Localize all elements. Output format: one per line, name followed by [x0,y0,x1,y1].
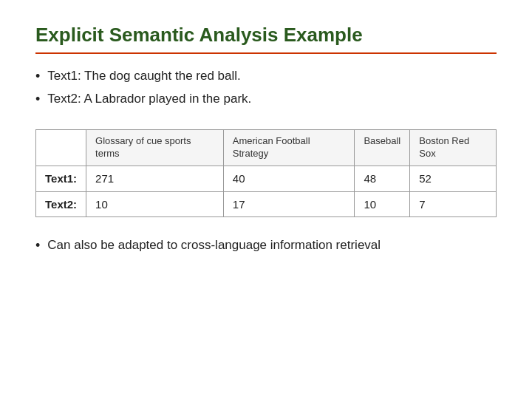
cell-text2-glossary: 10 [86,191,224,217]
cell-text1-sox: 52 [410,166,497,192]
col-header-boston-red-sox: Boston Red Sox [410,130,497,166]
bullet-item-2: • Text2: A Labrador played in the park. [35,90,497,109]
bullet-item-1: • Text1: The dog caught the red ball. [35,67,497,86]
table-row-text1: Text1: 271 40 48 52 [36,166,497,192]
slide-container: Explicit Semantic Analysis Example • Tex… [0,0,532,399]
col-header-american-football: American Football Strategy [223,130,355,166]
col-header-baseball: Baseball [355,130,410,166]
bottom-bullet-container: • Can also be adapted to cross-language … [35,236,497,255]
data-table: Glossary of cue sports terms American Fo… [35,129,497,217]
cell-text2-baseball: 10 [355,191,410,217]
bottom-bullet-dot: • [35,236,40,255]
table-header-row: Glossary of cue sports terms American Fo… [36,130,497,166]
table-row-text2: Text2: 10 17 10 7 [36,191,497,217]
cell-text1-football: 40 [223,166,355,192]
cell-text2-sox: 7 [410,191,497,217]
cell-text1-baseball: 48 [355,166,410,192]
bullet-text-1: Text1: The dog caught the red ball. [47,67,240,85]
col-header-empty [36,130,86,166]
bullet-dot-2: • [35,90,40,109]
table-wrapper: Glossary of cue sports terms American Fo… [35,129,497,217]
slide-title: Explicit Semantic Analysis Example [35,24,497,47]
bullet-dot-1: • [35,67,40,86]
row-label-text1: Text1: [36,166,86,192]
bullet-text-2: Text2: A Labrador played in the park. [47,90,251,108]
col-header-glossary: Glossary of cue sports terms [86,130,224,166]
title-divider [35,52,497,54]
row-label-text2: Text2: [36,191,86,217]
cell-text1-glossary: 271 [86,166,224,192]
cell-text2-football: 17 [223,191,355,217]
bottom-bullet-text: Can also be adapted to cross-language in… [47,236,381,254]
bullet-list: • Text1: The dog caught the red ball. • … [35,67,497,113]
